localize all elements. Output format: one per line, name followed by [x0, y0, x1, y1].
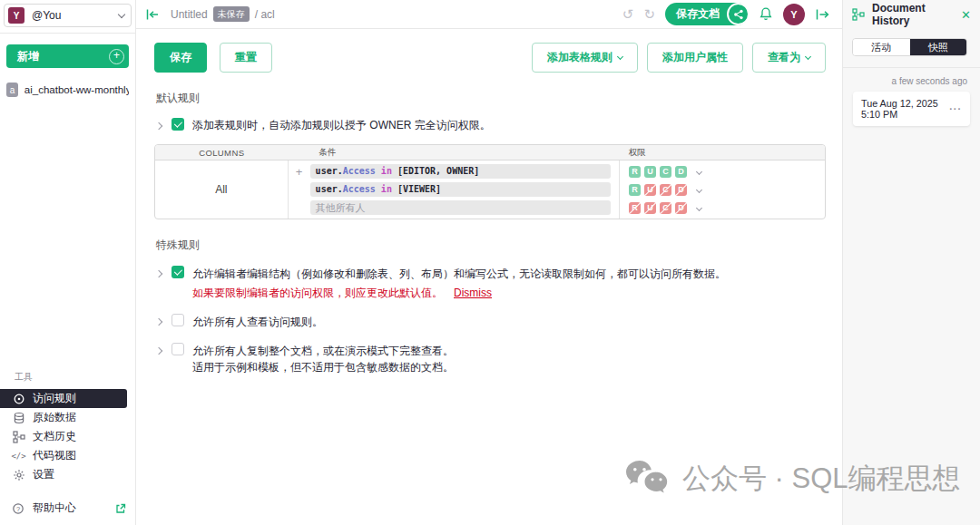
permission-badge-r[interactable]: R	[629, 184, 642, 197]
add-new-button[interactable]: 新增 +	[6, 44, 129, 68]
undo-icon[interactable]: ↺	[622, 7, 634, 21]
save-document-button[interactable]: 保存文档	[665, 3, 749, 25]
sidebar-item-raw-data[interactable]: 原始数据	[0, 408, 135, 427]
sidebar-item-doc-history[interactable]: 文档历史	[0, 427, 135, 446]
document-list-item[interactable]: a ai_chatbot-ww-monthly-20...	[6, 83, 129, 97]
history-tab-snapshots[interactable]: 快照	[910, 39, 967, 55]
main-area: Untitled 未保存 / acl ↺ ↻ 保存文档 Y 保存	[136, 0, 842, 525]
expander-chevron-icon[interactable]	[156, 119, 169, 131]
editor-warning-text: 如果要限制编辑者的访问权限，则应更改此默认值。Dismiss	[192, 285, 726, 301]
condition-token: [EDITOR, OWNER]	[397, 166, 479, 176]
sidebar-divider	[0, 33, 135, 34]
auto-owner-rule-row: 添加表规则时，自动添加规则以授予 OWNER 完全访问权限。	[156, 118, 826, 133]
sidebar-tools: 工具 访问规则原始数据文档历史</>代码视图设置 ? 帮助中心	[0, 371, 135, 525]
permission-badge-d[interactable]: D	[675, 166, 688, 179]
acl-page: 保存 重置 添加表格规则 添加用户属性 查看为 默认规则 添加表规则时，自动添加…	[136, 29, 842, 525]
doc-title[interactable]: Untitled	[171, 8, 208, 21]
tools-list: 访问规则原始数据文档历史</>代码视图设置	[0, 389, 135, 484]
dismiss-link[interactable]: Dismiss	[454, 287, 492, 299]
page-name: acl	[260, 8, 274, 21]
permission-badge-c[interactable]: C	[660, 202, 672, 215]
expander-chevron-icon[interactable]	[156, 267, 169, 279]
permission-badge-d[interactable]: D	[675, 184, 688, 197]
condition-token: Access	[343, 166, 376, 176]
share-icon[interactable]	[727, 3, 750, 25]
add-user-attribute-button[interactable]: 添加用户属性	[647, 43, 743, 73]
redo-icon[interactable]: ↻	[643, 7, 655, 21]
special-rule-item: 允许所有人查看访问规则。	[156, 314, 826, 330]
condition-input[interactable]: user.Access in [EDITOR, OWNER]	[310, 164, 611, 179]
condition-header: 条件	[289, 147, 620, 159]
special-rule-checkbox[interactable]	[172, 314, 184, 326]
snapshot-card[interactable]: Tue Aug 12, 2025 5:10 PM ···	[853, 92, 970, 126]
raw-data-icon	[12, 411, 25, 424]
permission-badge-c[interactable]: C	[660, 184, 672, 197]
rule-permissions-row: RUCD	[620, 180, 825, 199]
document-history-panel: Document History ✕ 活动快照 a few seconds ag…	[842, 0, 980, 525]
reset-button[interactable]: 重置	[220, 43, 272, 73]
history-tabs: 活动快照	[852, 38, 967, 56]
permission-badge-d[interactable]: D	[675, 202, 688, 215]
permission-badge-u[interactable]: U	[644, 202, 657, 215]
add-table-rules-button[interactable]: 添加表格规则	[532, 43, 638, 73]
plus-icon: +	[109, 49, 124, 64]
special-rules-list: 允许编辑者编辑结构（例如修改和删除表、列、布局）和编写公式，无论读取限制如何，都…	[154, 266, 826, 375]
chevron-down-icon[interactable]	[696, 169, 702, 175]
permission-badge-r[interactable]: R	[629, 166, 642, 179]
permission-badge-c[interactable]: C	[660, 166, 672, 179]
add-condition-icon[interactable]: +	[289, 165, 310, 179]
workspace-avatar: Y	[8, 7, 24, 24]
condition-input[interactable]: 其他所有人	[310, 200, 611, 215]
auto-owner-rule-text: 添加表规则时，自动添加规则以授予 OWNER 完全访问权限。	[192, 118, 491, 133]
special-rule-text: 适用于示例和模板，但不适用于包含敏感数据的文档。	[192, 359, 454, 375]
workspace-selector[interactable]: Y @You	[4, 4, 132, 27]
sidebar-item-settings[interactable]: 设置	[0, 465, 135, 484]
rule-permissions-row: RUCD	[620, 162, 825, 180]
unsaved-badge: 未保存	[213, 6, 250, 22]
save-button[interactable]: 保存	[154, 43, 207, 73]
rule-permissions-row: RUCD	[620, 199, 825, 217]
svg-text:?: ?	[16, 504, 20, 512]
path-separator: /	[255, 8, 258, 21]
special-rule-checkbox[interactable]	[172, 343, 184, 355]
snapshot-label: Tue Aug 12, 2025 5:10 PM	[861, 98, 949, 120]
collapse-left-panel-icon[interactable]	[145, 8, 160, 21]
user-avatar[interactable]: Y	[783, 4, 805, 25]
special-rule-checkbox[interactable]	[172, 266, 184, 278]
rule-scope-cell: All	[155, 160, 289, 219]
close-icon[interactable]: ✕	[961, 9, 971, 21]
expander-chevron-icon[interactable]	[156, 344, 169, 356]
rules-table-header: COLUMNS 条件 权限	[155, 145, 825, 160]
permission-badge-r[interactable]: R	[629, 202, 642, 215]
tool-label: 文档历史	[33, 429, 76, 444]
notifications-bell-icon[interactable]	[759, 6, 773, 22]
special-rule-text: 允许所有人复制整个文档，或在演示模式下完整查看。	[192, 343, 454, 359]
tool-label: 原始数据	[33, 410, 76, 425]
condition-token: user.	[316, 166, 343, 176]
expand-right-panel-icon[interactable]	[815, 8, 829, 21]
special-rule-item: 允许所有人复制整个文档，或在演示模式下完整查看。适用于示例和模板，但不适用于包含…	[156, 343, 826, 375]
history-tab-activity[interactable]: 活动	[853, 39, 910, 55]
chevron-down-icon	[805, 53, 811, 60]
sidebar-item-code-view[interactable]: </>代码视图	[0, 446, 135, 465]
special-rules-title: 特殊规则	[156, 238, 826, 253]
default-rules-title: 默认规则	[156, 91, 826, 106]
condition-token: in	[376, 166, 397, 176]
view-as-button[interactable]: 查看为	[752, 43, 826, 73]
document-name: ai_chatbot-ww-monthly-20...	[24, 84, 129, 95]
permission-badge-u[interactable]: U	[644, 166, 657, 179]
sidebar-item-access-rules[interactable]: 访问规则	[0, 389, 127, 408]
condition-input[interactable]: user.Access in [VIEWER]	[310, 182, 611, 197]
save-document-label: 保存文档	[676, 6, 720, 22]
top-bar: Untitled 未保存 / acl ↺ ↻ 保存文档 Y	[136, 0, 842, 29]
permission-badge-u[interactable]: U	[644, 184, 657, 197]
condition-token: user.	[316, 184, 343, 194]
conditions-column: +user.Access in [EDITOR, OWNER]user.Acce…	[289, 160, 620, 219]
snapshot-menu-icon[interactable]: ···	[949, 103, 962, 114]
chevron-down-icon[interactable]	[696, 187, 702, 193]
tool-label: 代码视图	[33, 448, 76, 463]
chevron-down-icon[interactable]	[696, 205, 702, 211]
expander-chevron-icon[interactable]	[156, 315, 169, 327]
sidebar-item-help-center[interactable]: ? 帮助中心	[0, 499, 135, 518]
auto-owner-rule-checkbox[interactable]	[172, 118, 184, 131]
